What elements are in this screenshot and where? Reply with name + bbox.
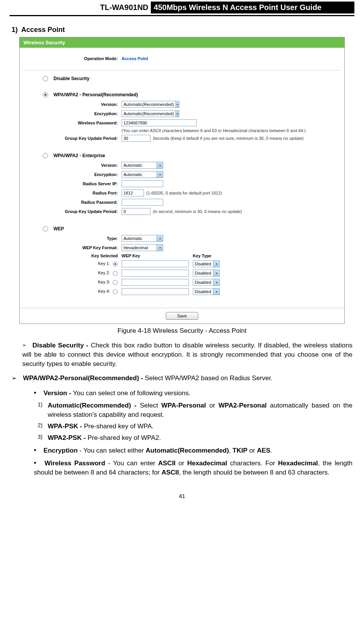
wpa-enterprise-option[interactable]: WPA/WPA2 - Enterprise (43, 151, 344, 160)
radio-icon (43, 153, 48, 158)
ent-group-key-input[interactable]: 0 (122, 208, 150, 215)
chevron-down-icon: ▾ (213, 289, 219, 295)
guide-title: 450Mbps Wireless N Access Point User Gui… (151, 2, 354, 13)
wep-key-radio[interactable] (113, 289, 118, 294)
key-selected-header: Key Selected (20, 253, 122, 258)
wpa-personal-label: WPA/WPA2 - Personal(Recommended) (53, 92, 138, 97)
section-heading: 1) Access Point (12, 26, 352, 34)
radio-icon-selected (43, 92, 48, 97)
encryption-value: Automatic(Recommended) (124, 111, 174, 116)
wep-format-label: WEP Key Format: (20, 245, 122, 250)
wep-type-label: Type: (20, 236, 122, 241)
wep-label: WEP (53, 226, 64, 231)
wep-key-type-select[interactable]: Disabled▾ (193, 270, 220, 277)
encryption-label: Encryption: (20, 111, 122, 116)
section-title: Access Point (21, 26, 65, 34)
ent-version-label: Version: (20, 163, 122, 168)
figure-caption: Figure 4-18 Wireless Security - Access P… (12, 327, 352, 335)
wpa-psk-desc: 2) WPA-PSK - Pre-shared key of WPA. (12, 422, 352, 431)
version-desc: Version - You can select one of followin… (12, 388, 352, 398)
wep-key-row: Key 1: Disabled▾ (20, 259, 344, 268)
version-value: Automatic(Recommended) (124, 102, 174, 107)
wireless-password-input[interactable]: 1234567890 (122, 119, 197, 126)
ent-encryption-label: Encryption: (20, 172, 122, 177)
wep-option[interactable]: WEP (43, 225, 344, 233)
chevron-down-icon: ▾ (213, 279, 219, 285)
chevron-down-icon: ▾ (157, 235, 163, 242)
wpa2-psk-desc: 3) WPA2-PSK - Pre-shared key of WPA2. (12, 433, 352, 443)
ent-encryption-select[interactable]: Automatic ▾ (122, 171, 163, 178)
wep-key-label: Key 1: (20, 261, 122, 267)
wep-key-header: WEP Key (122, 253, 193, 258)
chevron-down-icon: ▾ (157, 162, 163, 168)
panel-title: Wireless Security (20, 37, 344, 48)
radius-ip-input[interactable] (122, 180, 163, 187)
ent-version-value: Automatic (124, 163, 142, 168)
wep-key-label: Key 4: (20, 289, 122, 294)
version-select[interactable]: Automatic(Recommended) ▾ (122, 101, 179, 108)
config-screenshot: Wireless Security Operation Mode: Access… (19, 37, 345, 324)
encryption-select[interactable]: Automatic(Recommended) ▾ (122, 110, 179, 117)
wpa-enterprise-label: WPA/WPA2 - Enterprise (53, 153, 105, 158)
ent-group-key-hint: (in second, minimum is 30, 0 means no up… (153, 209, 242, 214)
wep-key-label: Key 3: (20, 280, 122, 285)
section-number: 1) (12, 26, 18, 34)
wep-key-input[interactable] (122, 279, 189, 286)
wep-type-value: Automatic (124, 236, 142, 241)
chevron-down-icon: ▾ (213, 261, 219, 267)
ent-group-key-label: Group Key Update Period: (20, 209, 122, 214)
disable-security-option[interactable]: Disable Security (43, 74, 344, 83)
wpa-personal-desc: WPA/WPA2-Personal(Recommended) - Select … (12, 374, 352, 383)
radio-icon (43, 226, 48, 231)
password-hint: (You can enter ASCII characters between … (20, 128, 344, 133)
wep-key-row: Key 4: Disabled▾ (20, 287, 344, 296)
ent-encryption-value: Automatic (124, 172, 142, 177)
wep-key-radio[interactable] (113, 271, 118, 276)
wep-key-radio[interactable] (113, 280, 118, 285)
group-key-label: Group Key Update Period: (20, 136, 122, 141)
wep-key-label: Key 2: (20, 270, 122, 276)
radius-port-label: Radius Port: (20, 191, 122, 195)
model-number: TL-WA901ND (100, 3, 149, 12)
key-type-header: Key Type (193, 253, 211, 258)
chevron-down-icon: ▾ (175, 101, 179, 107)
chevron-down-icon: ▾ (157, 171, 163, 178)
wep-key-type-select[interactable]: Disabled▾ (193, 288, 220, 295)
wireless-password-desc: Wireless Password - You can enter ASCII … (12, 458, 352, 477)
radius-port-input[interactable]: 1812 (122, 190, 144, 196)
encryption-desc: Encryption - You can select either Autom… (12, 446, 352, 455)
radio-icon (43, 76, 48, 81)
chevron-down-icon: ▾ (157, 245, 163, 251)
wep-key-input[interactable] (122, 260, 189, 267)
group-key-hint: Seconds (Keep it default if you are not … (153, 136, 304, 141)
wpa-personal-option[interactable]: WPA/WPA2 - Personal(Recommended) (43, 91, 344, 99)
wep-key-input[interactable] (122, 270, 189, 277)
operation-mode-label: Operation Mode: (20, 56, 122, 61)
wireless-password-label: Wireless Password: (20, 121, 122, 125)
wep-format-select[interactable]: Hexadecimal ▾ (122, 244, 163, 251)
disable-security-desc: Disable Security - Check this box radio … (12, 341, 352, 368)
wep-key-type-select[interactable]: Disabled▾ (193, 260, 220, 267)
wep-type-select[interactable]: Automatic ▾ (122, 235, 163, 242)
chevron-down-icon: ▾ (175, 111, 179, 117)
radius-port-hint: (1-65535, 0 stands for default port 1812… (146, 191, 222, 195)
wep-format-value: Hexadecimal (124, 245, 148, 250)
save-button[interactable]: Save (166, 312, 198, 320)
automatic-desc: 1) Automatic(Recommended) - Select WPA-P… (12, 401, 352, 419)
page-header: TL-WA901ND 450Mbps Wireless N Access Poi… (10, 0, 354, 16)
radius-ip-label: Radius Server IP: (20, 181, 122, 186)
disable-security-label: Disable Security (53, 76, 89, 81)
operation-mode-value: Access Point (122, 56, 148, 61)
wep-key-row: Key 3: Disabled▾ (20, 278, 344, 287)
radius-pwd-input[interactable] (122, 199, 163, 206)
ent-version-select[interactable]: Automatic ▾ (122, 162, 163, 169)
chevron-down-icon: ▾ (213, 270, 219, 276)
radius-pwd-label: Radius Password: (20, 200, 122, 205)
wep-key-row: Key 2: Disabled▾ (20, 268, 344, 278)
wep-key-type-select[interactable]: Disabled▾ (193, 279, 220, 286)
group-key-input[interactable]: 30 (122, 135, 150, 142)
version-label: Version: (20, 102, 122, 107)
wep-key-radio[interactable] (113, 262, 118, 267)
wep-key-input[interactable] (122, 288, 189, 295)
page-number: 41 (12, 493, 352, 499)
